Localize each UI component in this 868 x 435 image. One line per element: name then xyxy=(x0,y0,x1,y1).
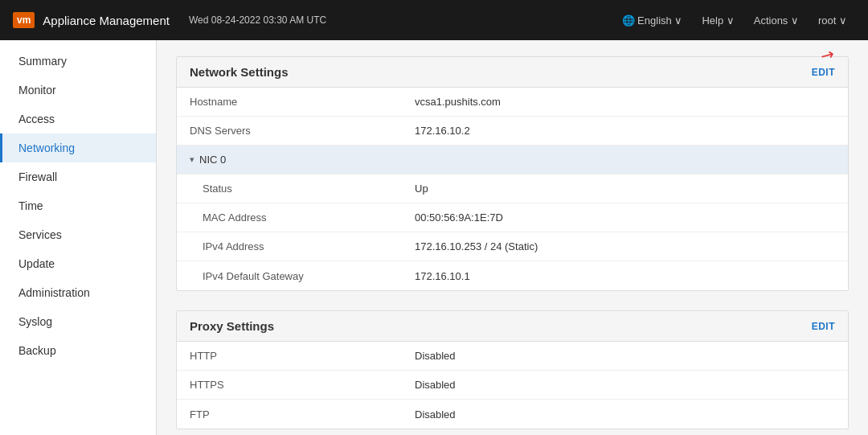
layout: Summary Monitor Access Networking Firewa… xyxy=(0,40,868,435)
proxy-settings-title: Proxy Settings xyxy=(190,319,274,333)
sidebar-item-monitor[interactable]: Monitor xyxy=(0,76,156,105)
sidebar-item-networking[interactable]: Networking xyxy=(0,133,156,162)
sidebar: Summary Monitor Access Networking Firewa… xyxy=(0,40,157,435)
datetime: Wed 08-24-2022 03:30 AM UTC xyxy=(189,14,326,26)
status-label: Status xyxy=(177,176,402,201)
hostname-label: Hostname xyxy=(177,89,402,114)
sidebar-item-time[interactable]: Time xyxy=(0,191,156,220)
nic-value xyxy=(402,154,428,166)
header-nav: 🌐 English ∨ Help ∨ Actions ∨ root ∨ xyxy=(614,11,856,30)
sidebar-item-syslog[interactable]: Syslog xyxy=(0,307,156,336)
status-value: Up xyxy=(402,176,441,201)
table-row: HTTP Disabled xyxy=(177,342,848,371)
nic-header-row[interactable]: ▾ NIC 0 xyxy=(177,146,848,174)
https-label: HTTPS xyxy=(177,372,402,397)
help-menu[interactable]: Help ∨ xyxy=(694,11,742,30)
sidebar-item-administration[interactable]: Administration xyxy=(0,278,156,307)
main-content: ↗ Network Settings EDIT Hostname vcsa1.p… xyxy=(157,40,868,435)
table-row: HTTPS Disabled xyxy=(177,371,848,400)
mac-label: MAC Address xyxy=(177,205,402,230)
network-settings-title: Network Settings xyxy=(190,65,289,79)
dns-value: 172.16.10.2 xyxy=(402,118,483,143)
header: vm Appliance Management Wed 08-24-2022 0… xyxy=(0,0,868,40)
proxy-settings-edit[interactable]: EDIT xyxy=(812,321,835,332)
app-title: Appliance Management xyxy=(43,14,170,27)
sidebar-item-summary[interactable]: Summary xyxy=(0,47,156,76)
sidebar-item-update[interactable]: Update xyxy=(0,249,156,278)
network-settings-edit[interactable]: EDIT xyxy=(812,67,835,78)
brand: vm Appliance Management xyxy=(13,12,170,28)
table-row: Hostname vcsa1.pushits.com xyxy=(177,88,848,117)
vm-logo: vm xyxy=(13,12,35,28)
root-menu[interactable]: root ∨ xyxy=(810,11,855,30)
actions-menu[interactable]: Actions ∨ xyxy=(746,11,807,30)
ipv4-value: 172.16.10.253 / 24 (Static) xyxy=(402,234,551,259)
https-value: Disabled xyxy=(402,372,469,397)
ftp-value: Disabled xyxy=(402,402,469,427)
nic-name: NIC 0 xyxy=(199,154,226,166)
mac-value: 00:50:56:9A:1E:7D xyxy=(402,205,516,230)
network-settings-header: Network Settings EDIT xyxy=(177,57,848,88)
gateway-value: 172.16.10.1 xyxy=(402,264,483,289)
proxy-settings-header: Proxy Settings EDIT xyxy=(177,311,848,342)
table-row: FTP Disabled xyxy=(177,400,848,429)
dns-label: DNS Servers xyxy=(177,118,402,143)
http-label: HTTP xyxy=(177,343,402,368)
proxy-settings-section: Proxy Settings EDIT HTTP Disabled HTTPS … xyxy=(176,310,849,429)
network-settings-section: Network Settings EDIT Hostname vcsa1.pus… xyxy=(176,56,849,291)
nic-chevron-icon: ▾ xyxy=(190,154,194,165)
table-row: MAC Address 00:50:56:9A:1E:7D xyxy=(177,203,848,232)
sidebar-item-firewall[interactable]: Firewall xyxy=(0,162,156,191)
ftp-label: FTP xyxy=(177,402,402,427)
gateway-label: IPv4 Default Gateway xyxy=(177,264,402,289)
sidebar-item-backup[interactable]: Backup xyxy=(0,336,156,365)
table-row: Status Up xyxy=(177,174,848,203)
hostname-value: vcsa1.pushits.com xyxy=(402,89,514,114)
english-menu[interactable]: 🌐 English ∨ xyxy=(614,11,691,30)
sidebar-item-access[interactable]: Access xyxy=(0,105,156,133)
nic-toggle[interactable]: ▾ NIC 0 xyxy=(177,147,402,172)
table-row: IPv4 Address 172.16.10.253 / 24 (Static) xyxy=(177,232,848,261)
sidebar-item-services[interactable]: Services xyxy=(0,220,156,249)
table-row: IPv4 Default Gateway 172.16.10.1 xyxy=(177,261,848,290)
http-value: Disabled xyxy=(402,343,469,368)
table-row: DNS Servers 172.16.10.2 xyxy=(177,117,848,146)
ipv4-label: IPv4 Address xyxy=(177,234,402,259)
